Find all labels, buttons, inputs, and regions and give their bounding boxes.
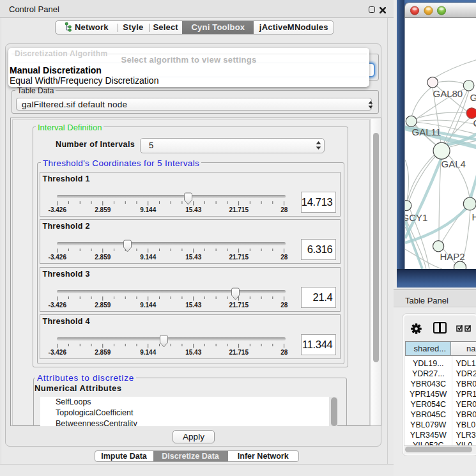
svg-text:HAP2: HAP2 — [440, 251, 464, 262]
svg-text:C: C — [473, 118, 476, 128]
svg-text:GA: GA — [470, 92, 476, 103]
svg-text:H: H — [472, 211, 476, 222]
svg-text:GAL11: GAL11 — [411, 127, 441, 137]
svg-text:GAL4: GAL4 — [441, 158, 465, 169]
svg-text:GCY1: GCY1 — [405, 212, 427, 223]
svg-text:GAL80: GAL80 — [433, 88, 463, 99]
